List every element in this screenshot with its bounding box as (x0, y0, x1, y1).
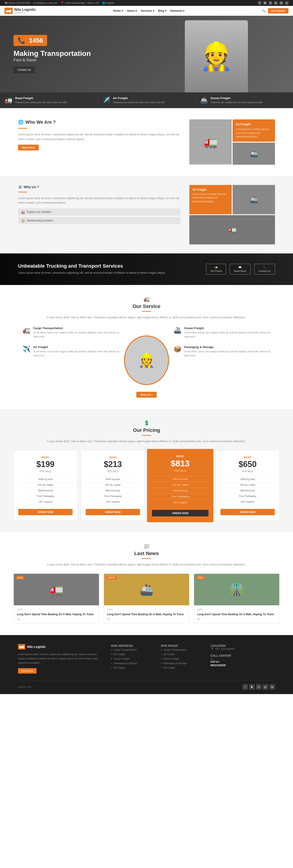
footer-social-linkedin[interactable]: in (256, 684, 261, 689)
get-quote-button[interactable]: Get A Quote (268, 8, 289, 13)
contact-us-dark-button[interactable]: 📞 Contact Us (254, 264, 275, 274)
feature-4-3: Warehousing (221, 488, 275, 493)
footer-page-5[interactable]: Air Freight (161, 665, 204, 670)
service-card-air: ✈️ Air Freight Chances are unless you ar… (98, 92, 196, 108)
social-facebook[interactable]: f (258, 1, 261, 5)
logo-sub: LOGISTICS (14, 12, 36, 14)
footer-page-4[interactable]: Packaging & Storage (161, 661, 204, 665)
ocean-freight-icon: 🚢 (200, 96, 208, 104)
pricing-section-icon: 💲 (13, 420, 280, 426)
pricing-section: 💲 Our Pricing In quis luctus dolor. Sed … (0, 409, 293, 532)
why-us-text: Lorem ipsum dolor sit amet, consectetur … (18, 196, 180, 205)
show-all-button[interactable]: Show all + (136, 392, 157, 398)
top-email[interactable]: ✉ info@your-site.com (33, 2, 57, 4)
top-language[interactable]: 🌐 English (102, 2, 114, 4)
feature-1-2: 425 kg / pallet (18, 482, 72, 488)
news-divider (142, 558, 151, 559)
nav-blog[interactable]: Blog ▾ (158, 9, 166, 12)
order-button-3[interactable]: ORDER NOW (152, 510, 208, 516)
news-card-1[interactable]: 🚛 BUS DATE Long Don't Spend Time Beating… (13, 574, 99, 624)
why-us-left: ⚙️ Why Us ? Lorem ipsum dolor sit amet, … (18, 185, 180, 244)
order-button-4[interactable]: ORDER NOW (221, 509, 275, 515)
news-tag-1: BUS (16, 576, 24, 580)
pricing-features-2: 4000 kg load 425 kg / pallet Warehousing… (86, 476, 140, 504)
news-body-2: DATE Long Don't Spend Time Beating On A … (104, 605, 189, 624)
news-article-title-3: Long Don't Spend Time Beating On A Wall,… (197, 612, 276, 620)
order-button-1[interactable]: ORDER NOW (18, 509, 72, 515)
air-title: Air Freight (33, 345, 119, 349)
contact-us-dark-icon: 📞 (263, 266, 266, 269)
service-section-icon: 🚛 (13, 296, 280, 302)
pricing-features-1: 4000 kg load 425 kg / pallet Warehousing… (18, 476, 72, 504)
pricing-title: Our Pricing (13, 427, 280, 433)
top-bar-right: f ▶ in g+ tw p (258, 1, 289, 5)
search-icon[interactable]: 🔍 (262, 9, 266, 12)
feature-1-3: Warehousing (18, 488, 72, 493)
logo[interactable]: Nile Logistic LOGISTICS (4, 8, 36, 14)
dark-banner-buttons: 🚛 Tell Friend 📖 Read More 📞 Contact Us (206, 264, 275, 274)
footer-location-col: LOCATION 📍 US - Los Angeles CALL CENTER … (210, 644, 275, 673)
top-phone[interactable]: ☎ (0222) 123 333 096 (4, 2, 30, 4)
social-googleplus[interactable]: g+ (274, 1, 278, 5)
footer-social-googleplus[interactable]: g+ (263, 684, 268, 689)
footer-social-twitter[interactable]: tw (269, 684, 275, 689)
footer-service-2[interactable]: Air Freight (111, 652, 154, 656)
why-air-freight-title: Air Freight (193, 188, 229, 191)
pricing-unit-1: PER MILE (18, 470, 72, 473)
feature-1-5: 24/7 support (18, 499, 72, 504)
nav-home[interactable]: Home ▾ (113, 9, 123, 12)
pricing-grid: BASIC $199 PER MILE 4000 kg load 425 kg … (13, 450, 280, 521)
footer-page-3[interactable]: Ocean Freight (161, 656, 204, 661)
feature-3-4: Free Packaging (152, 494, 208, 499)
who-we-are-section: 🌐 Who We Are ? Lorem ipsum dolor sit ame… (0, 108, 293, 176)
social-linkedin[interactable]: in (269, 1, 272, 5)
read-more-button[interactable]: Read More (18, 145, 39, 151)
footer-call-title: CALL CENTER (210, 654, 275, 657)
read-more-dark-button[interactable]: 📖 Read More (230, 264, 251, 274)
top-address[interactable]: 📍 1105 Saudi Arabia - Street, CA (61, 2, 99, 4)
footer-service-3[interactable]: Ocean Freight (111, 656, 154, 661)
news-img-1: 🚛 BUS (14, 574, 99, 605)
social-youtube[interactable]: ▶ (263, 1, 267, 5)
pricing-card-3-featured: BASIC $813 PER MILE 4000 kg load 425 kg … (147, 449, 213, 522)
why-air-freight-card: Air Freight Lorem ipsum is simply dummy … (189, 185, 232, 214)
footer-page-2[interactable]: Air Freight (161, 652, 204, 656)
center-worker-image: 👷 (124, 336, 169, 385)
social-pinterest[interactable]: p (285, 1, 289, 5)
news-article-title-2: Long Don't Spend Time Beating On A Wall,… (107, 612, 186, 620)
divider2 (18, 192, 27, 192)
air-freight-card: Air Freight Lorem ipsum is simply dummy … (233, 119, 275, 142)
footer-service-4[interactable]: Packaging & Storage (111, 661, 154, 665)
footer-read-more-button[interactable]: Read More (18, 668, 36, 674)
why-air-freight-text: Lorem ipsum is simply dummy text of the … (193, 192, 229, 204)
ocean-icon: 🚢 (174, 327, 181, 334)
why-us-right: Air Freight Lorem ipsum is simply dummy … (189, 185, 275, 244)
footer-page-1[interactable]: Cargo Transportation (161, 647, 204, 652)
news-img-2: 🚢 EVENT (104, 574, 189, 605)
news-title: Last News (13, 551, 280, 556)
tell-friend-button[interactable]: 🚛 Tell Friend (206, 264, 226, 274)
logo-icon (4, 8, 12, 14)
news-card-3[interactable]: 🛣️ BUS DATE Long Don't Spend Time Beatin… (194, 574, 280, 624)
nav-right: 🔍 Get A Quote (262, 8, 289, 13)
services-left-col: 🚛 Cargo Transportation Ut elit tellus, l… (23, 327, 119, 358)
nav-services[interactable]: Services ▾ (141, 9, 154, 12)
footer-social-youtube[interactable]: ▶ (249, 684, 255, 689)
hero-contact-button[interactable]: Contact Us (13, 66, 35, 73)
order-button-2[interactable]: ORDER NOW (86, 509, 140, 515)
news-img-2-emoji: 🚢 (140, 583, 153, 596)
feature-3-2: 425 kg / pallet (152, 482, 208, 488)
pricing-price-3: $813 (152, 459, 208, 469)
news-card-2[interactable]: 🚢 EVENT DATE Long Don't Spend Time Beati… (104, 574, 189, 624)
news-grid: 🚛 BUS DATE Long Don't Spend Time Beating… (13, 574, 280, 624)
nav-about[interactable]: About ▾ (127, 9, 137, 12)
nav-elements[interactable]: Elements ▾ (170, 9, 184, 12)
packaging-title: Packaging & Storage (184, 345, 270, 349)
social-twitter[interactable]: tw (280, 1, 283, 5)
footer-service-1[interactable]: Cargo Transportation (111, 647, 154, 652)
air-freight-item: ✈️ Air Freight Ut elit tellus, luctus ne… (23, 345, 119, 358)
footer-social-facebook[interactable]: f (242, 684, 248, 689)
feature-1-1: 4000 kg load (18, 476, 72, 482)
show-all-container: Show all + (13, 392, 280, 398)
footer-service-5[interactable]: Air Freight (111, 665, 154, 670)
